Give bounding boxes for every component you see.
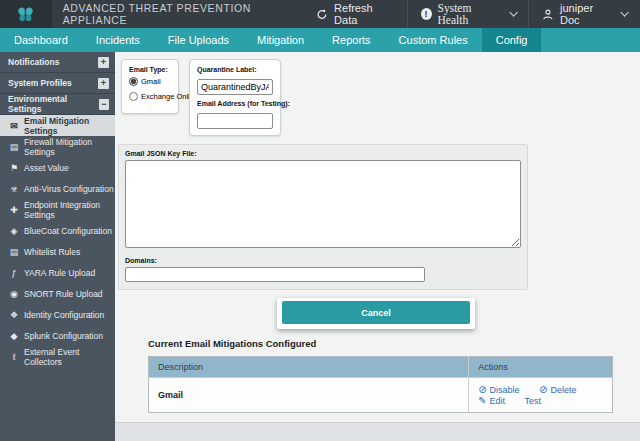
system-health-label: System Health bbox=[438, 2, 499, 26]
sidebar-item-anti-virus-configuration[interactable]: ☣ Anti-Virus Configuration bbox=[0, 178, 115, 199]
virus-icon: ☣ bbox=[9, 184, 19, 194]
domains-input[interactable] bbox=[125, 267, 425, 282]
column-header-actions: Actions bbox=[469, 357, 613, 378]
list-icon: ▤ bbox=[9, 247, 19, 257]
sidebar-item-label: Whitelist Rules bbox=[24, 247, 80, 257]
sidebar-item-splunk-configuration[interactable]: ◆ Splunk Configuration bbox=[0, 325, 115, 346]
ban-icon: ⊘ bbox=[539, 384, 547, 395]
disable-link-label: Disable bbox=[490, 385, 520, 395]
user-icon bbox=[542, 8, 554, 21]
chevron-down-icon bbox=[621, 8, 629, 16]
mitigation-actions-cell: ⊘ Disable ⊘ Delete ✎ Edit Test bbox=[469, 378, 613, 413]
refresh-data-button[interactable]: Refresh Data bbox=[303, 0, 406, 28]
shield-icon: ◈ bbox=[9, 226, 19, 236]
sidebar-item-whitelist-rules[interactable]: ▤ Whitelist Rules bbox=[0, 241, 115, 262]
sidebar-item-label: Asset Value bbox=[24, 163, 69, 173]
table-header-row: Description Actions bbox=[149, 357, 613, 378]
tab-file-uploads[interactable]: File Uploads bbox=[154, 28, 243, 52]
email-address-input[interactable] bbox=[197, 113, 273, 129]
email-address-label: Email Address (for Testing): bbox=[197, 100, 273, 107]
tab-dashboard[interactable]: Dashboard bbox=[0, 28, 82, 52]
cancel-button-card: Cancel bbox=[277, 298, 475, 329]
test-link-label: Test bbox=[525, 396, 542, 406]
expand-icon[interactable]: + bbox=[98, 78, 109, 89]
gmail-radio[interactable] bbox=[129, 77, 138, 86]
quarantine-label-input[interactable] bbox=[197, 79, 273, 95]
system-health-menu[interactable]: ! System Health bbox=[407, 0, 529, 28]
sidebar-section-environmental-settings[interactable]: Environmental Settings − bbox=[0, 94, 115, 115]
tab-custom-rules[interactable]: Custom Rules bbox=[385, 28, 482, 52]
json-key-file-label: Gmail JSON Key File: bbox=[125, 150, 521, 157]
firewall-icon: ▤ bbox=[9, 142, 19, 152]
current-mitigations-section: Current Email Mitigations Configured Des… bbox=[148, 338, 613, 413]
sidebar-item-yara-rule-upload[interactable]: ƒ YARA Rule Upload bbox=[0, 262, 115, 283]
user-menu[interactable]: juniper Doc bbox=[528, 0, 640, 28]
app-logo bbox=[0, 0, 52, 28]
sidebar-item-endpoint-integration-settings[interactable]: ✚ Endpoint Integration Settings bbox=[0, 199, 115, 220]
sidebar-item-identity-configuration[interactable]: ❖ Identity Configuration bbox=[0, 304, 115, 325]
exchange-online-radio-row[interactable]: Exchange Online bbox=[129, 92, 171, 101]
disable-link[interactable]: ⊘ Disable bbox=[478, 384, 519, 395]
section-label: System Profiles bbox=[8, 78, 72, 88]
sidebar-section-system-profiles[interactable]: System Profiles + bbox=[0, 73, 115, 94]
sidebar-item-label: SNORT Rule Upload bbox=[24, 289, 103, 299]
tab-incidents[interactable]: Incidents bbox=[82, 28, 154, 52]
mitigation-description: Gmail bbox=[149, 378, 469, 413]
sidebar-item-label: External Event Collectors bbox=[24, 347, 115, 367]
json-key-file-textarea[interactable] bbox=[125, 160, 521, 248]
butterfly-logo-icon bbox=[17, 6, 34, 23]
sidebar-item-label: Anti-Virus Configuration bbox=[24, 184, 114, 194]
refresh-icon bbox=[316, 8, 328, 21]
sidebar-item-label: Firewall Mitigation Settings bbox=[24, 137, 115, 157]
expand-icon[interactable]: + bbox=[98, 57, 109, 68]
sidebar-item-firewall-mitigation-settings[interactable]: ▤ Firewall Mitigation Settings bbox=[0, 136, 115, 157]
cancel-button[interactable]: Cancel bbox=[282, 301, 470, 324]
top-bar: ADVANCED THREAT PREVENTION APPLIANCE Ref… bbox=[0, 0, 640, 28]
edit-link-label: Edit bbox=[490, 396, 506, 406]
health-alert-icon: ! bbox=[421, 8, 432, 20]
email-type-label: Email Type: bbox=[129, 66, 171, 73]
sidebar-item-external-event-collectors[interactable]: ℓ External Event Collectors bbox=[0, 346, 115, 367]
gmail-radio-label: Gmail bbox=[141, 77, 161, 86]
app-title: ADVANCED THREAT PREVENTION APPLIANCE bbox=[63, 2, 303, 26]
sidebar-item-label: Identity Configuration bbox=[24, 310, 104, 320]
ban-icon: ⊘ bbox=[478, 384, 486, 395]
sidebar-item-label: Splunk Configuration bbox=[24, 331, 103, 341]
sidebar-item-snort-rule-upload[interactable]: ◉ SNORT Rule Upload bbox=[0, 283, 115, 304]
column-header-description: Description bbox=[149, 357, 469, 378]
sidebar-item-email-mitigation-settings[interactable]: ✉ Email Mitigation Settings bbox=[0, 115, 115, 136]
quarantine-label: Quarantine Label: bbox=[197, 66, 273, 73]
content-footer-area bbox=[115, 422, 640, 441]
topbar-actions: Refresh Data ! System Health juniper Doc bbox=[303, 0, 640, 28]
section-label: Environmental Settings bbox=[8, 94, 99, 114]
gmail-radio-row[interactable]: Gmail bbox=[129, 77, 171, 86]
config-sidebar: Notifications + System Profiles + Enviro… bbox=[0, 52, 115, 441]
delete-link-label: Delete bbox=[550, 385, 576, 395]
sidebar-section-notifications[interactable]: Notifications + bbox=[0, 52, 115, 73]
tab-config[interactable]: Config bbox=[482, 28, 542, 52]
config-content: Email Type: Gmail Exchange Online Quaran… bbox=[115, 52, 640, 441]
mail-icon: ✉ bbox=[9, 121, 19, 131]
sidebar-item-bluecoat-configuration[interactable]: ◈ BlueCoat Configuration bbox=[0, 220, 115, 241]
tab-reports[interactable]: Reports bbox=[318, 28, 385, 52]
sidebar-item-asset-value[interactable]: ⚑ Asset Value bbox=[0, 157, 115, 178]
sidebar-item-label: BlueCoat Configuration bbox=[24, 226, 112, 236]
endpoint-icon: ✚ bbox=[9, 205, 19, 215]
gmail-json-panel: Gmail JSON Key File: Domains: bbox=[118, 144, 528, 290]
snort-icon: ◉ bbox=[9, 289, 19, 299]
email-type-card: Email Type: Gmail Exchange Online bbox=[121, 59, 179, 114]
quarantine-card: Quarantine Label: Email Address (for Tes… bbox=[189, 59, 281, 136]
edit-link[interactable]: ✎ Edit bbox=[478, 395, 505, 406]
collectors-icon: ℓ bbox=[9, 352, 19, 362]
delete-link[interactable]: ⊘ Delete bbox=[539, 384, 576, 395]
tab-mitigation[interactable]: Mitigation bbox=[243, 28, 318, 52]
flag-icon: ⚑ bbox=[9, 163, 19, 173]
section-label: Notifications bbox=[8, 57, 59, 67]
exchange-online-radio[interactable] bbox=[129, 92, 138, 101]
yara-icon: ƒ bbox=[9, 268, 19, 278]
test-link[interactable]: Test bbox=[525, 396, 542, 406]
refresh-data-label: Refresh Data bbox=[334, 2, 394, 26]
collapse-icon[interactable]: − bbox=[99, 99, 109, 110]
chevron-down-icon bbox=[509, 8, 517, 16]
sidebar-item-label: Endpoint Integration Settings bbox=[24, 200, 115, 220]
